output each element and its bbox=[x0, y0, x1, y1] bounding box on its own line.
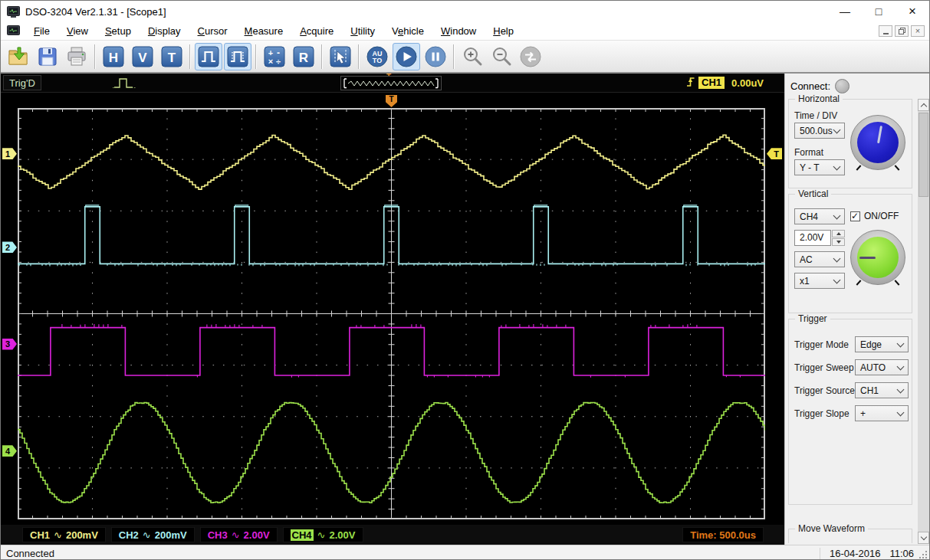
svg-text:AU: AU bbox=[373, 49, 383, 57]
channel-status-ch4[interactable]: CH4∿2.00V bbox=[283, 527, 363, 542]
svg-text:×: × bbox=[268, 57, 273, 66]
move-waveform-group: Move Waveform bbox=[788, 529, 912, 543]
status-bar: Connected 16-04-2016 11:06 bbox=[1, 545, 929, 560]
scrollbar-thumb[interactable] bbox=[918, 113, 928, 197]
reference-wave-button[interactable]: R bbox=[290, 43, 317, 70]
spinner-down-button[interactable] bbox=[832, 238, 845, 246]
trigger-level-value: 0.00uV bbox=[731, 77, 764, 89]
menu-window[interactable]: Window bbox=[432, 23, 485, 40]
status-time: 11:06 bbox=[889, 548, 914, 559]
coupling-value: AC bbox=[795, 254, 813, 265]
ch3-position-marker[interactable]: 3 bbox=[2, 339, 17, 350]
channel-status-ch3[interactable]: CH3∿2.00V bbox=[200, 527, 278, 542]
pause-button[interactable] bbox=[422, 43, 449, 70]
panel-scrollbar[interactable] bbox=[918, 99, 929, 544]
cursor-measure-button[interactable] bbox=[327, 43, 354, 70]
mdi-close-button[interactable]: × bbox=[911, 25, 925, 37]
ch2-position-marker[interactable]: 2 bbox=[2, 241, 17, 253]
zoom-out-button[interactable] bbox=[488, 43, 515, 70]
print-button[interactable] bbox=[63, 43, 90, 70]
menu-display[interactable]: Display bbox=[140, 23, 189, 40]
waveform-preview[interactable] bbox=[340, 76, 442, 90]
zoom-in-button[interactable] bbox=[458, 43, 486, 70]
ch4-position-marker[interactable]: 4 bbox=[2, 445, 17, 457]
toolbar-separator bbox=[255, 44, 257, 69]
scope-top-bar: Trig'D T CH1 0.00uV bbox=[1, 74, 784, 93]
menu-setup[interactable]: Setup bbox=[97, 23, 140, 40]
probe-value: x1 bbox=[795, 276, 810, 287]
horizontal-group-title: Horizontal bbox=[795, 93, 843, 104]
down-arrow-icon bbox=[836, 241, 841, 244]
menu-acquire[interactable]: Acquire bbox=[291, 23, 342, 40]
menu-view[interactable]: View bbox=[58, 23, 97, 40]
chevron-up-icon bbox=[920, 103, 926, 109]
horizontal-setup-button[interactable]: H bbox=[100, 43, 127, 70]
trigger-sweep-select[interactable]: AUTO bbox=[855, 359, 909, 375]
menu-vehicle[interactable]: Vehicle bbox=[383, 23, 432, 40]
time-div-value: 500.0us bbox=[795, 126, 833, 136]
chevron-down-icon bbox=[833, 254, 841, 262]
vertical-knob[interactable] bbox=[850, 230, 905, 285]
chevron-down-icon bbox=[897, 408, 905, 416]
trigger-setup-button[interactable]: T bbox=[158, 43, 186, 70]
save-button[interactable] bbox=[34, 43, 61, 70]
maximize-button[interactable]: □ bbox=[862, 2, 895, 22]
format-select[interactable]: Y - T bbox=[794, 159, 845, 175]
open-file-button[interactable] bbox=[5, 43, 32, 70]
time-div-select[interactable]: 500.0us bbox=[794, 123, 845, 139]
knob-pointer bbox=[859, 257, 876, 259]
channel-status-ch2[interactable]: CH2∿200mV bbox=[111, 527, 195, 542]
probe-select[interactable]: x1 bbox=[794, 273, 845, 289]
connect-status-led bbox=[835, 79, 849, 93]
chevron-down-icon bbox=[833, 126, 841, 133]
trigger-mode-value: Edge bbox=[856, 339, 882, 350]
sync-button[interactable] bbox=[517, 43, 544, 70]
trigger-slope-select[interactable]: + bbox=[855, 405, 909, 421]
trigger-source-label: Trigger Source bbox=[794, 385, 855, 396]
menu-help[interactable]: Help bbox=[485, 23, 522, 40]
mdi-restore-button[interactable] bbox=[895, 25, 909, 37]
pulse-train-button[interactable] bbox=[224, 43, 251, 70]
autoset-button[interactable]: AUTO bbox=[363, 43, 391, 70]
channel-status-ch1[interactable]: CH1∿200mV bbox=[22, 527, 106, 542]
up-arrow-icon bbox=[836, 232, 841, 235]
scroll-down-button[interactable] bbox=[918, 532, 929, 544]
pulse-waveform-button[interactable] bbox=[195, 43, 222, 70]
knob-tick bbox=[895, 165, 900, 170]
scroll-up-button[interactable] bbox=[918, 99, 929, 111]
volts-div-spinner: 2.00V bbox=[794, 230, 845, 246]
trigger-position-marker[interactable]: T bbox=[386, 95, 397, 107]
mdi-minimize-button[interactable] bbox=[879, 25, 892, 37]
connection-status: Connected bbox=[6, 548, 54, 559]
svg-text:TO: TO bbox=[373, 57, 382, 64]
waveform-plot: 1234TT bbox=[1, 93, 784, 525]
trigger-source-select[interactable]: CH1 bbox=[855, 382, 909, 398]
menu-file[interactable]: File bbox=[25, 23, 58, 40]
vertical-setup-button[interactable]: V bbox=[129, 43, 156, 70]
trigger-sweep-value: AUTO bbox=[856, 362, 886, 373]
coupling-select[interactable]: AC bbox=[794, 251, 845, 267]
chevron-down-icon bbox=[897, 362, 905, 370]
vertical-group: Vertical CH4 ON/OFF 2.00V A bbox=[788, 194, 912, 313]
chevron-down-icon bbox=[920, 533, 926, 539]
menu-utility[interactable]: Utility bbox=[342, 23, 383, 40]
math-button[interactable]: +-×÷ bbox=[261, 43, 288, 70]
volts-div-value[interactable]: 2.00V bbox=[794, 230, 831, 246]
resize-grip[interactable] bbox=[925, 557, 927, 558]
close-button[interactable]: × bbox=[895, 2, 929, 22]
menu-measure[interactable]: Measure bbox=[236, 23, 292, 40]
menu-cursor[interactable]: Cursor bbox=[189, 23, 236, 40]
spinner-up-button[interactable] bbox=[832, 230, 845, 237]
trigger-source-chip: CH1 bbox=[698, 77, 725, 89]
ch1-position-marker[interactable]: 1 bbox=[2, 148, 17, 159]
knob-tick bbox=[895, 280, 900, 285]
channel-select[interactable]: CH4 bbox=[794, 208, 845, 224]
trigger-level-marker[interactable]: T bbox=[767, 148, 782, 159]
trigger-mode-label: Trigger Mode bbox=[794, 339, 849, 350]
horizontal-knob[interactable] bbox=[850, 115, 905, 170]
scope-display: Trig'D T CH1 0.00uV 1234TT bbox=[1, 74, 784, 545]
minimize-button[interactable]: — bbox=[828, 2, 862, 22]
onoff-checkbox[interactable] bbox=[850, 211, 860, 221]
trigger-mode-select[interactable]: Edge bbox=[855, 336, 909, 352]
run-button[interactable] bbox=[393, 43, 420, 70]
